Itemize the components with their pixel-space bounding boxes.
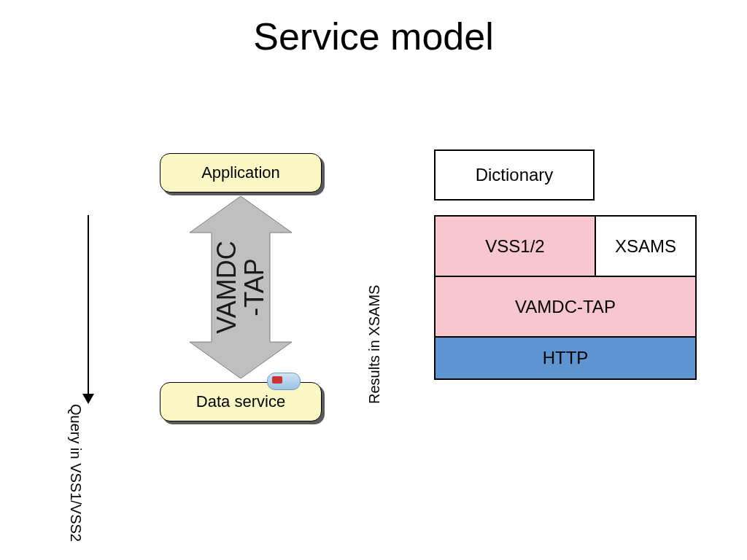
application-box: Application: [160, 153, 322, 192]
query-arrow-head: [82, 394, 94, 404]
vamdc-tap-label: VAMDC -TAP: [213, 241, 268, 333]
query-arrow-line: [88, 215, 89, 397]
xsams-label: XSAMS: [615, 236, 676, 257]
dictionary-cell: Dictionary: [434, 149, 595, 201]
left-diagram: Application VAMDC -TAP Query in VSS1/VSS…: [128, 153, 354, 421]
data-service-label: Data service: [196, 392, 285, 411]
right-stack: Dictionary VSS1/2 XSAMS VAMDC-TAP HTTP: [434, 149, 697, 380]
results-label: Results in XSAMS: [366, 285, 383, 404]
flow-area: VAMDC -TAP Query in VSS1/VSS2 Results in…: [128, 192, 354, 382]
http-cell: HTTP: [434, 336, 697, 380]
vamdc-tap-cell: VAMDC-TAP: [434, 276, 697, 338]
query-label: Query in VSS1/VSS2: [67, 404, 84, 542]
slide: Service model Application VAMDC -TAP Que…: [0, 0, 747, 560]
xsams-cell: XSAMS: [595, 215, 697, 277]
application-label: Application: [201, 163, 280, 182]
vss-cell: VSS1/2: [434, 215, 595, 277]
vamdc-tap-cell-label: VAMDC-TAP: [515, 297, 616, 317]
row-vss-xsams: VSS1/2 XSAMS: [434, 215, 697, 277]
page-title: Service model: [0, 15, 747, 58]
vss-label: VSS1/2: [485, 236, 544, 257]
http-label: HTTP: [543, 348, 589, 368]
data-service-box: Data service: [160, 382, 322, 421]
dictionary-label: Dictionary: [476, 165, 554, 185]
vamdc-logo-icon: [267, 373, 301, 390]
